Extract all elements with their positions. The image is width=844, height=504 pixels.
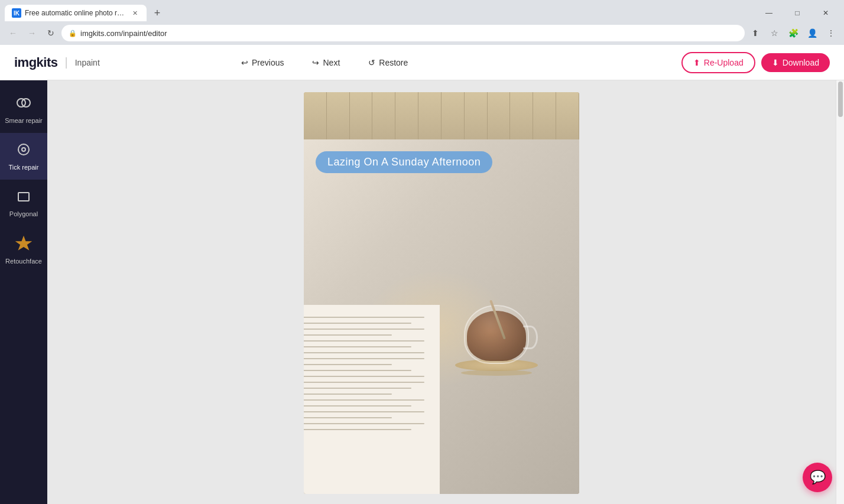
maximize-button[interactable]: □ [784,5,811,21]
retouchface-label: Retouchface [5,258,42,265]
radiator-segment [418,92,442,139]
radiator-segment [442,92,465,139]
book-line [304,317,424,318]
sidebar: Smear repair Tick repair Polygonal [0,80,47,504]
image-background: Lazing On A Sunday Afternoon [304,92,579,494]
previous-button[interactable]: ↩ Previous [232,54,293,71]
radiator-segment [327,92,350,139]
window-controls: — □ ✕ [755,5,839,21]
download-icon: ⬇ [772,58,779,67]
menu-icon[interactable]: ⋮ [823,25,839,41]
radiator-segment [556,92,579,139]
tick-repair-icon [15,141,32,161]
previous-icon: ↩ [241,58,248,67]
section-label: Inpaint [75,58,100,67]
tab-favicon: IK [12,8,21,18]
tea-cup-shadow [461,370,532,376]
next-icon: ↪ [312,58,319,67]
radiator-segment [465,92,488,139]
bed-area [304,139,579,494]
main-content: Smear repair Tick repair Polygonal [0,80,844,504]
refresh-button[interactable]: ↻ [43,25,59,41]
browser-chrome: IK Free automatic online photo retc ✕ + … [0,0,844,45]
share-icon[interactable]: ⬆ [747,25,764,41]
book-line [304,399,424,401]
browser-toolbar-right: ⬆ ☆ 🧩 👤 ⋮ [747,25,839,41]
logo-divider: | [65,56,68,69]
scrollbar[interactable] [836,80,844,504]
address-bar[interactable]: 🔒 imgkits.com/inpaint/editor [61,25,745,41]
svg-marker-5 [17,237,31,249]
previous-label: Previous [252,58,284,67]
book-line [304,405,411,407]
cup-handle [523,326,538,349]
tea-cup [449,281,544,376]
header-center-actions: ↩ Previous ↪ Next ↺ Restore [232,54,417,71]
download-label: Download [783,58,819,67]
tick-repair-label: Tick repair [9,164,39,171]
book-line [304,358,424,359]
url-text: imgkits.com/inpaint/editor [80,29,738,38]
forward-button[interactable]: → [24,25,40,41]
book-line [304,323,411,324]
sidebar-item-smear-repair[interactable]: Smear repair [0,86,47,133]
close-button[interactable]: ✕ [812,5,839,21]
profile-icon[interactable]: 👤 [804,25,820,41]
address-bar-row: ← → ↻ 🔒 imgkits.com/inpaint/editor ⬆ ☆ 🧩… [0,21,844,45]
book-line [304,352,424,353]
tab-title: Free automatic online photo retc [25,9,126,17]
book-line [304,382,424,383]
book-line [304,417,392,418]
bookmark-icon[interactable]: ☆ [766,25,783,41]
polygonal-label: Polygonal [9,210,38,218]
restore-label: Restore [379,58,408,67]
image-text-overlay[interactable]: Lazing On A Sunday Afternoon [316,151,492,173]
tab-bar: IK Free automatic online photo retc ✕ + … [0,0,844,21]
sidebar-item-polygonal[interactable]: Polygonal [0,180,47,226]
smear-repair-icon [15,95,32,115]
active-tab[interactable]: IK Free automatic online photo retc ✕ [5,5,147,21]
svg-rect-4 [18,193,29,201]
book-line [304,370,411,371]
radiator-lines [304,92,579,139]
book-line [304,423,424,424]
svg-point-3 [22,148,25,151]
book-line [304,411,424,412]
svg-point-2 [18,144,29,155]
canvas-area[interactable]: Lazing On A Sunday Afternoon [47,80,836,504]
chat-widget-button[interactable]: 💬 [803,463,832,492]
book-line [304,340,424,342]
sidebar-item-retouchface[interactable]: Retouchface [0,227,47,274]
book-page [304,305,440,494]
sidebar-item-tick-repair[interactable]: Tick repair [0,133,47,180]
book-line [304,334,392,336]
logo: imgkits [14,55,58,70]
restore-icon: ↺ [368,58,375,67]
radiator-segment [350,92,373,139]
download-button[interactable]: ⬇ Download [761,53,830,72]
radiator-segment [304,92,327,139]
tab-close-button[interactable]: ✕ [130,8,139,18]
book-line [304,329,424,330]
extensions-icon[interactable]: 🧩 [785,25,801,41]
retouchface-icon [15,235,32,255]
minimize-button[interactable]: — [755,5,783,21]
next-label: Next [323,58,340,67]
image-container[interactable]: Lazing On A Sunday Afternoon [304,92,579,494]
back-button[interactable]: ← [5,25,21,41]
smear-repair-label: Smear repair [5,117,43,125]
scrollbar-thumb[interactable] [838,82,843,117]
next-button[interactable]: ↪ Next [303,54,349,71]
app-header: imgkits | Inpaint ↩ Previous ↪ Next ↺ Re… [0,45,844,80]
restore-button[interactable]: ↺ Restore [359,54,417,71]
new-tab-button[interactable]: + [149,5,165,21]
radiator-segment [395,92,418,139]
book-line [304,388,411,389]
re-upload-label: Re-Upload [704,58,744,67]
radiator-segment [510,92,533,139]
re-upload-button[interactable]: ⬆ Re-Upload [681,52,755,73]
header-right-actions: ⬆ Re-Upload ⬇ Download [681,52,830,73]
polygonal-icon [15,188,32,208]
radiator-segment [488,92,511,139]
book-line [304,429,411,430]
